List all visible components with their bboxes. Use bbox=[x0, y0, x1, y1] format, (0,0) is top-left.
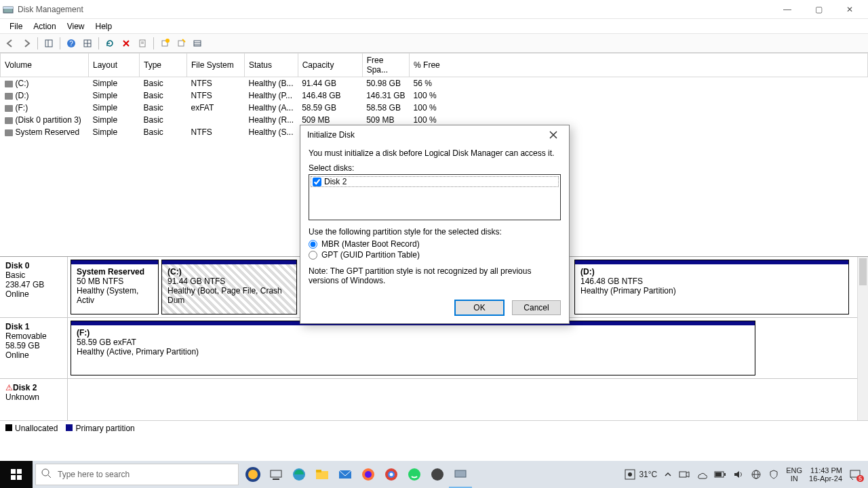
partition[interactable]: (F:)58.59 GB exFATHealthy (Active, Prima… bbox=[71, 321, 755, 375]
col-volume[interactable]: Volume bbox=[1, 54, 89, 77]
menu-view[interactable]: View bbox=[62, 20, 90, 33]
maximize-button[interactable]: ▢ bbox=[803, 0, 834, 18]
partition-style-label: Use the following partition style for th… bbox=[309, 227, 561, 237]
disk-listbox[interactable]: Disk 2 bbox=[309, 174, 561, 220]
app-icon-1[interactable] bbox=[426, 461, 449, 488]
whatsapp-icon[interactable] bbox=[403, 461, 426, 488]
partition[interactable]: (D:)146.48 GB NTFSHealthy (Primary Parti… bbox=[574, 260, 849, 314]
table-row[interactable]: (F:)SimpleBasicexFATHealthy (A...58.59 G… bbox=[1, 102, 868, 114]
vertical-scrollbar[interactable] bbox=[857, 257, 868, 420]
partition[interactable]: (C:)91.44 GB NTFSHealthy (Boot, Page Fil… bbox=[161, 260, 297, 314]
select-disks-label: Select disks: bbox=[309, 163, 561, 173]
svg-rect-1 bbox=[3, 7, 13, 9]
app-icon bbox=[3, 4, 14, 15]
col-status[interactable]: Status bbox=[245, 54, 298, 77]
back-button[interactable] bbox=[3, 36, 18, 51]
svg-line-23 bbox=[48, 475, 51, 478]
minimize-button[interactable]: — bbox=[772, 0, 803, 18]
volume-icon[interactable] bbox=[733, 469, 744, 480]
security-icon[interactable] bbox=[768, 469, 779, 480]
wizard-button[interactable] bbox=[174, 36, 189, 51]
disk-checkbox-item[interactable]: Disk 2 bbox=[311, 176, 559, 187]
svg-rect-44 bbox=[724, 473, 726, 476]
col-capacity[interactable]: Capacity bbox=[298, 54, 362, 77]
meet-now-icon[interactable] bbox=[679, 469, 690, 480]
search-icon bbox=[41, 468, 52, 481]
refresh-button[interactable] bbox=[102, 36, 117, 51]
partition[interactable]: System Reserved50 MB NTFSHealthy (System… bbox=[71, 260, 159, 314]
close-button[interactable]: ✕ bbox=[834, 0, 865, 18]
grid-button[interactable] bbox=[80, 36, 95, 51]
svg-rect-42 bbox=[679, 472, 686, 477]
search-placeholder: Type here to search bbox=[58, 470, 130, 479]
start-button[interactable] bbox=[0, 461, 33, 488]
initialize-disk-dialog: Initialize Disk You must initialize a di… bbox=[300, 125, 570, 324]
legend-primary: Primary partition bbox=[75, 424, 134, 433]
mail-icon[interactable] bbox=[334, 461, 357, 488]
firefox-icon[interactable] bbox=[357, 461, 380, 488]
col-freespace[interactable]: Free Spa... bbox=[362, 54, 409, 77]
svg-point-36 bbox=[390, 473, 393, 476]
svg-point-37 bbox=[408, 468, 420, 481]
search-box[interactable]: Type here to search bbox=[35, 464, 239, 485]
svg-point-41 bbox=[628, 472, 632, 476]
list-button[interactable] bbox=[190, 36, 205, 51]
col-pctfree[interactable]: % Free bbox=[410, 54, 868, 77]
menu-help[interactable]: Help bbox=[90, 20, 118, 33]
titlebar: Disk Management — ▢ ✕ bbox=[0, 0, 868, 19]
system-tray: 31°C ENGIN 11:43 PM16-Apr-24 5 bbox=[617, 461, 868, 488]
disk2-checkbox[interactable] bbox=[313, 178, 321, 186]
dialog-note: Note: The GPT partition style is not rec… bbox=[309, 266, 561, 285]
help-button[interactable]: ? bbox=[64, 36, 79, 51]
table-row[interactable]: (C:)SimpleBasicNTFSHealthy (B...91.44 GB… bbox=[1, 77, 868, 90]
file-explorer-icon[interactable] bbox=[311, 461, 334, 488]
dialog-close-button[interactable] bbox=[545, 128, 562, 142]
battery-icon[interactable] bbox=[714, 470, 726, 479]
disk-row[interactable]: Disk 1Removable58.59 GBOnline(F:)58.59 G… bbox=[0, 318, 868, 379]
disk-management-taskbar-icon[interactable] bbox=[449, 461, 472, 488]
notifications-button[interactable]: 5 bbox=[849, 468, 861, 481]
menubar: File Action View Help bbox=[0, 19, 868, 34]
network-icon[interactable] bbox=[751, 469, 762, 480]
taskbar: Type here to search 31°C ENGIN 11:43 PM1… bbox=[0, 461, 868, 488]
table-row[interactable]: (D:)SimpleBasicNTFSHealthy (P...146.48 G… bbox=[1, 89, 868, 102]
svg-point-25 bbox=[248, 470, 258, 479]
col-layout[interactable]: Layout bbox=[89, 54, 140, 77]
menu-file[interactable]: File bbox=[4, 20, 28, 33]
svg-rect-26 bbox=[271, 470, 281, 477]
task-view-button[interactable] bbox=[264, 461, 288, 488]
properties-button[interactable] bbox=[135, 36, 150, 51]
svg-rect-14 bbox=[178, 41, 184, 46]
cancel-button[interactable]: Cancel bbox=[512, 300, 561, 315]
dialog-title: Initialize Disk bbox=[307, 130, 545, 140]
toolbar: ? bbox=[0, 34, 868, 53]
clock[interactable]: 11:43 PM16-Apr-24 bbox=[809, 466, 842, 483]
language-indicator[interactable]: ENGIN bbox=[786, 466, 802, 483]
onedrive-icon[interactable] bbox=[696, 469, 707, 480]
col-type[interactable]: Type bbox=[140, 54, 187, 77]
svg-point-22 bbox=[42, 469, 49, 476]
show-hide-console-button[interactable] bbox=[41, 36, 56, 51]
table-header[interactable]: Volume Layout Type File System Status Ca… bbox=[1, 54, 868, 77]
edge-icon[interactable] bbox=[288, 461, 311, 488]
weather-widget[interactable]: 31°C bbox=[624, 468, 657, 481]
dialog-message: You must initialize a disk before Logica… bbox=[309, 148, 561, 158]
svg-rect-45 bbox=[715, 472, 722, 476]
gpt-radio[interactable]: GPT (GUID Partition Table) bbox=[309, 250, 561, 260]
legend: Unallocated Primary partition bbox=[0, 420, 868, 435]
svg-rect-30 bbox=[316, 470, 321, 472]
cortana-icon[interactable] bbox=[241, 461, 264, 488]
ok-button[interactable]: OK bbox=[455, 300, 504, 315]
mbr-radio[interactable]: MBR (Master Boot Record) bbox=[309, 239, 561, 249]
tray-chevron-icon[interactable] bbox=[664, 470, 672, 479]
svg-rect-21 bbox=[17, 475, 22, 480]
delete-button[interactable] bbox=[119, 36, 134, 51]
legend-unallocated: Unallocated bbox=[15, 424, 58, 433]
svg-rect-18 bbox=[11, 469, 16, 474]
new-button[interactable] bbox=[157, 36, 172, 51]
col-filesystem[interactable]: File System bbox=[187, 54, 245, 77]
svg-rect-15 bbox=[194, 41, 201, 46]
menu-action[interactable]: Action bbox=[28, 20, 61, 33]
forward-button[interactable] bbox=[19, 36, 34, 51]
chrome-icon[interactable] bbox=[380, 461, 403, 488]
